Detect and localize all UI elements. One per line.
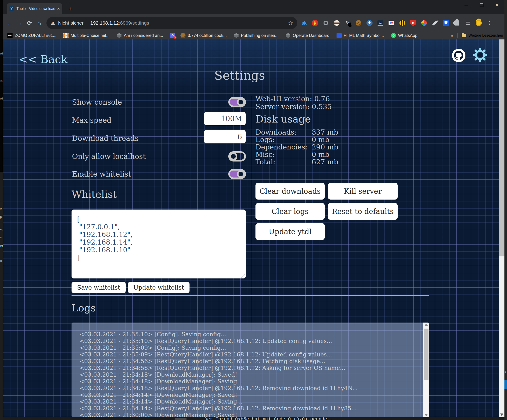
tab-strip: ϒ Tubio - Video downloader ✕ + ✕: [3, 0, 504, 14]
background-window-left-sliver: et ag et e p yo s or d: [0, 0, 3, 420]
update-whitelist-button[interactable]: Update whitelist: [128, 282, 190, 293]
spiral-icon: [63, 33, 69, 38]
security-label: Nicht sicher: [58, 20, 84, 26]
whitelist-textarea[interactable]: [ "127.0.0.1", "192.168.1.12", "192.168.…: [71, 210, 246, 278]
log-line: <03.03.2021 - 21:34:56> [RestQueryHandle…: [79, 365, 420, 371]
server-version: Server version: 0.535: [255, 103, 332, 111]
drive-folder-extension-icon[interactable]: [388, 20, 395, 27]
maximize-icon: [480, 3, 483, 7]
address-bar[interactable]: Nicht sicher 192.168.1.12 :6969/settings…: [46, 17, 297, 29]
show-console-toggle[interactable]: [228, 97, 246, 107]
logs-scrollbar-thumb[interactable]: [424, 329, 429, 380]
disk-row-label: Logs:: [255, 136, 275, 144]
other-bookmarks-folder[interactable]: Weitere Lesezeichen: [457, 34, 503, 38]
page-scrollbar[interactable]: [499, 40, 504, 417]
show-console-label: Show console: [72, 98, 122, 106]
tab-tubio[interactable]: ϒ Tubio - Video downloader ✕: [7, 3, 62, 14]
section-divider: [71, 295, 429, 296]
disk-row-value: 337 mb: [312, 128, 338, 136]
coins-avatar-icon[interactable]: [475, 20, 482, 27]
bee-extension-icon[interactable]: [399, 20, 406, 27]
home-icon[interactable]: ⌂: [34, 18, 44, 28]
bitwarden-extension-icon[interactable]: [443, 20, 449, 27]
bookmark-item[interactable]: z0r ZOMG ZUFALL! #61...: [7, 33, 56, 38]
clear-downloads-button[interactable]: Clear downloads: [255, 183, 325, 200]
url-host: 192.168.1.12: [90, 20, 119, 26]
enable-whitelist-label: Enable whitelist: [72, 170, 131, 178]
folder-icon: [462, 34, 466, 37]
reload-icon[interactable]: ⟳: [25, 18, 34, 28]
enable-whitelist-toggle[interactable]: [228, 169, 246, 179]
gear-settings-icon[interactable]: [472, 47, 488, 63]
mask-extension-icon[interactable]: [333, 20, 340, 27]
sk-extension-icon[interactable]: sk: [301, 20, 308, 27]
page-scroll-down-icon[interactable]: [500, 413, 503, 416]
tab-title: Tubio - Video downloader: [16, 7, 56, 11]
stop-hand-extension-icon[interactable]: ✋: [311, 20, 318, 27]
puzzle-extensions-icon[interactable]: [453, 20, 460, 27]
google-extension-icon[interactable]: [421, 20, 428, 27]
bookmark-item[interactable]: Publishing on stea...: [234, 33, 278, 38]
syringe-extension-icon[interactable]: [431, 20, 438, 27]
playlist-extension-icon[interactable]: ☰: [464, 20, 471, 27]
disk-row-value: 0 mb: [312, 136, 329, 144]
log-line: <03.03.2021 - 21:34:18> [DownloadManager…: [79, 371, 420, 378]
bookmark-item[interactable]: ≀ HTML Math Symbol...: [337, 33, 384, 38]
maximize-button[interactable]: [474, 0, 489, 10]
bookmark-item[interactable]: ✆ WhatsApp: [391, 33, 417, 38]
ring-extension-icon[interactable]: [322, 20, 329, 27]
back-link[interactable]: << Back: [19, 53, 68, 66]
new-tab-button[interactable]: +: [66, 5, 74, 13]
logs-scrollbar[interactable]: [423, 323, 429, 417]
tubio-settings-page: << Back Settings Sh: [3, 40, 504, 417]
pen-extension-icon[interactable]: ✎: [344, 20, 351, 27]
steam-icon: [117, 33, 121, 38]
bookmark-item[interactable]: 3.774 octillion cook...: [180, 33, 227, 38]
bookmark-item[interactable]: Multiple-Choice mit...: [63, 33, 110, 38]
back-nav-icon[interactable]: ←: [5, 18, 15, 28]
close-button[interactable]: ✕: [489, 0, 504, 10]
bookmarks-overflow-chevron[interactable]: »: [451, 33, 453, 38]
page-scrollbar-thumb[interactable]: [499, 40, 504, 256]
disk-row-label: Dependencies:: [255, 143, 308, 151]
tab-close-icon[interactable]: ✕: [57, 7, 60, 11]
log-line: <03.03.2021 - 21:34:18> [DownloadManager…: [79, 378, 420, 385]
bookmark-item[interactable]: Am i considered an...: [117, 33, 163, 38]
browser-window: ϒ Tubio - Video downloader ✕ + ✕ ← → ⟳ ⌂…: [3, 0, 504, 417]
log-line: <03.03.2021 - 21:34:56> [RestQueryHandle…: [79, 358, 420, 365]
browser-toolbar: ← → ⟳ ⌂ Nicht sicher 192.168.1.12 :6969/…: [3, 14, 504, 32]
only-localhost-toggle[interactable]: [228, 151, 246, 161]
disk-row-value: 0 mb: [312, 150, 329, 158]
disk-row-label: Misc:: [255, 150, 275, 158]
kill-server-button[interactable]: Kill server: [328, 183, 398, 200]
disk-usage-title: Disk usage: [255, 113, 311, 125]
minimize-button[interactable]: [458, 0, 474, 10]
not-secure-warning-icon: [51, 21, 55, 25]
download-threads-input[interactable]: [204, 130, 246, 143]
save-whitelist-button[interactable]: Save whitelist: [71, 282, 126, 293]
shield-play-extension-icon[interactable]: [410, 20, 417, 27]
bookmark-item[interactable]: ᗣ3: [170, 33, 177, 38]
clear-logs-button[interactable]: Clear logs: [255, 203, 325, 220]
log-line: <03.03.2021 - 21:35:09> [RestQueryHandle…: [79, 351, 420, 358]
debug-output-text: Der Thread 0xb5c hat mit Code 0 (0x0) ge…: [204, 417, 333, 420]
cookie-extension-icon[interactable]: [355, 20, 362, 27]
scroll-up-icon[interactable]: [424, 324, 428, 326]
github-icon[interactable]: [452, 49, 465, 62]
log-line: <03.03.2021 - 21:34:14> [DownloadManager…: [79, 392, 420, 398]
log-line: <03.03.2021 - 21:34:14> [RestQueryHandle…: [79, 405, 420, 412]
bookmarks-bar: z0r ZOMG ZUFALL! #61... Multiple-Choice …: [3, 32, 504, 40]
menu-dots-icon[interactable]: ⋮: [486, 20, 493, 27]
update-ytdl-button[interactable]: Update ytdl: [255, 223, 325, 240]
screen: et ag et e p yo s or d R Der Thread 0xb5…: [0, 0, 507, 420]
bookmark-item[interactable]: Operate Dashboard: [285, 33, 329, 38]
reset-to-defaults-button[interactable]: Reset to defaults: [328, 203, 398, 220]
cross-extension-icon[interactable]: ✚: [366, 20, 373, 27]
scroll-down-icon[interactable]: [424, 414, 428, 416]
page-title: Settings: [3, 69, 477, 82]
bookmark-star-icon[interactable]: ☆: [288, 20, 293, 26]
forward-nav-icon[interactable]: →: [15, 18, 25, 28]
amazon-extension-icon[interactable]: a: [377, 20, 384, 27]
log-line: <03.03.2021 - 21:34:14> [DownloadManager…: [79, 398, 420, 405]
max-speed-input[interactable]: [204, 112, 246, 125]
